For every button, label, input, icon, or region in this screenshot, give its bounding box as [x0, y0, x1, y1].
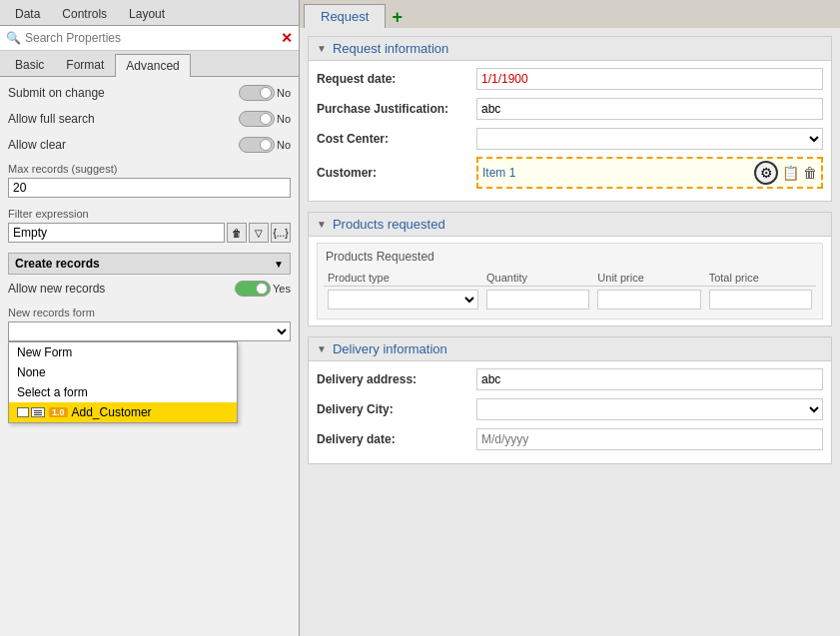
toggle-track-3[interactable]	[239, 137, 275, 153]
copy-icon[interactable]: 📋	[782, 165, 799, 181]
product-type-cell	[324, 287, 482, 314]
delivery-fields: Delivery address: Delivery City:	[309, 361, 831, 463]
delete-icon[interactable]: 🗑	[803, 165, 817, 181]
col-unit-price: Unit price	[593, 270, 704, 287]
tab-basic[interactable]: Basic	[4, 53, 55, 76]
sub-tabs: Basic Format Advanced	[0, 51, 299, 77]
chevron-icon-request: ▼	[317, 43, 327, 54]
allow-new-records-label: Allow new records	[8, 282, 105, 296]
delivery-date-row: Delivery date:	[317, 427, 823, 451]
dropdown-item-none[interactable]: None	[9, 362, 237, 382]
request-date-input[interactable]	[476, 68, 823, 90]
toggle-track-2[interactable]	[239, 111, 275, 127]
add-tab-button[interactable]: +	[388, 6, 407, 28]
cost-center-value	[476, 128, 823, 150]
products-thead: Product type Quantity Unit price Total p…	[324, 270, 816, 287]
total-price-input[interactable]	[709, 290, 812, 310]
delivery-date-input[interactable]	[476, 428, 823, 450]
form-icon-lines	[31, 407, 45, 417]
new-records-form-dropdown: New Form None Select a form 1.0	[8, 341, 238, 423]
filter-expression-input[interactable]	[8, 223, 225, 243]
tab-controls[interactable]: Controls	[51, 2, 118, 25]
customer-value: ⚙ 📋 🗑	[476, 157, 823, 189]
cost-center-label: Cost Center:	[317, 132, 476, 146]
dropdown-item-new-form[interactable]: New Form	[9, 342, 237, 362]
form-icon-line-2	[34, 412, 42, 413]
delivery-city-value	[476, 398, 823, 420]
form-icon	[17, 407, 45, 417]
filter-delete-btn[interactable]: 🗑	[227, 223, 247, 243]
allow-full-search-row: Allow full search No	[8, 111, 291, 127]
toggle-thumb-yes	[256, 283, 268, 295]
products-inner: Products Requested Product type Quantity…	[317, 243, 823, 319]
add-customer-label: Add_Customer	[72, 405, 152, 419]
submit-on-change-toggle[interactable]: No	[239, 85, 291, 101]
tab-layout[interactable]: Layout	[118, 2, 176, 25]
chevron-icon-delivery: ▼	[317, 343, 327, 354]
purchase-justification-input[interactable]	[476, 98, 823, 120]
request-date-label: Request date:	[317, 72, 476, 86]
customer-input[interactable]	[482, 166, 750, 180]
product-type-select[interactable]	[328, 290, 478, 310]
allow-clear-label: Allow clear	[8, 138, 66, 152]
right-content: ▼ Request information Request date: Purc…	[300, 28, 840, 636]
filter-code-btn[interactable]: {...}	[271, 223, 291, 243]
allow-clear-toggle[interactable]: No	[239, 137, 291, 153]
tab-advanced[interactable]: Advanced	[115, 54, 190, 77]
new-records-form-select[interactable]	[8, 321, 291, 341]
toggle-label-yes: Yes	[273, 283, 291, 295]
products-table-title: Products Requested	[324, 250, 816, 264]
delivery-date-label: Delivery date:	[317, 432, 476, 446]
tab-data[interactable]: Data	[4, 2, 51, 25]
create-records-section[interactable]: Create records ▼	[8, 253, 291, 275]
panel-content: Submit on change No Allow full search No…	[0, 77, 299, 636]
delivery-date-value	[476, 428, 823, 450]
search-icon: 🔍	[6, 31, 21, 45]
allow-new-records-toggle[interactable]: Yes	[235, 281, 291, 297]
request-info-section: ▼ Request information Request date: Purc…	[308, 36, 832, 202]
unit-price-input[interactable]	[597, 290, 700, 310]
dropdown-item-select-form[interactable]: Select a form	[9, 382, 237, 402]
request-info-fields: Request date: Purchase Justification: Co…	[309, 61, 831, 201]
close-icon[interactable]: ✕	[281, 30, 293, 46]
form-icon-box	[17, 407, 29, 417]
toggle-label-no-2: No	[277, 113, 291, 125]
col-product-type: Product type	[324, 270, 482, 287]
form-icon-line-3	[34, 414, 42, 415]
toggle-track[interactable]	[239, 85, 275, 101]
cost-center-select[interactable]	[476, 128, 823, 150]
filter-edit-btn[interactable]: ▽	[249, 223, 269, 243]
dropdown-item-add-customer[interactable]: 1.0 Add_Customer	[9, 402, 237, 422]
tab-format[interactable]: Format	[55, 53, 115, 76]
purchase-justification-value	[476, 98, 823, 120]
delivery-address-input[interactable]	[476, 368, 823, 390]
request-date-row: Request date:	[317, 67, 823, 91]
max-records-label: Max records (suggest)	[8, 163, 291, 175]
gear-icon[interactable]: ⚙	[754, 161, 778, 185]
new-records-form-container: New Form None Select a form 1.0	[8, 321, 291, 341]
create-records-label: Create records	[15, 257, 100, 271]
search-bar: 🔍 ✕	[0, 26, 299, 51]
tab-request[interactable]: Request	[304, 4, 386, 28]
toggle-thumb	[260, 87, 272, 99]
delivery-city-select[interactable]	[476, 398, 823, 420]
unit-price-cell	[593, 287, 704, 314]
delivery-header: ▼ Delivery information	[309, 337, 831, 361]
toggle-track-yes[interactable]	[235, 281, 271, 297]
cost-center-row: Cost Center:	[317, 127, 823, 151]
products-table: Product type Quantity Unit price Total p…	[324, 270, 816, 313]
customer-label: Customer:	[317, 166, 476, 180]
allow-new-records-row: Allow new records Yes	[8, 281, 291, 297]
purchase-justification-label: Purchase Justification:	[317, 102, 476, 116]
filter-row: 🗑 ▽ {...}	[8, 223, 291, 243]
request-info-header: ▼ Request information	[309, 37, 831, 61]
search-input[interactable]	[25, 31, 277, 45]
quantity-input[interactable]	[486, 290, 589, 310]
chevron-icon-products: ▼	[317, 219, 327, 230]
max-records-input[interactable]	[8, 178, 291, 198]
filter-expression-label: Filter expression	[8, 208, 291, 220]
allow-clear-row: Allow clear No	[8, 137, 291, 153]
delivery-address-value	[476, 368, 823, 390]
allow-full-search-toggle[interactable]: No	[239, 111, 291, 127]
delivery-city-label: Delivery City:	[317, 402, 476, 416]
